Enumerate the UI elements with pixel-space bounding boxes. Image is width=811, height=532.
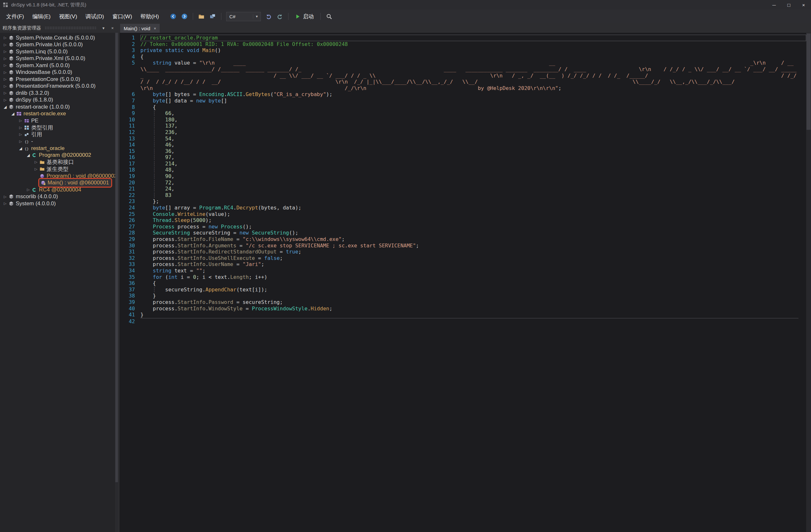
panel-drag-grip[interactable] [45, 26, 97, 30]
tree-item[interactable]: ▷{}- [0, 138, 118, 145]
search-button[interactable] [324, 12, 334, 21]
svg-text:{}: {} [25, 146, 29, 151]
tree-item[interactable]: ◢Program @02000002 [0, 152, 118, 159]
expander-collapsed-icon[interactable]: ▷ [2, 98, 9, 102]
tree-item[interactable]: ▷派生类型 [0, 166, 118, 173]
code-line: 20 ┆ 72, [120, 179, 806, 186]
tree-item[interactable]: ▷System.Xaml (5.0.0.0) [0, 62, 118, 69]
tree-item[interactable]: ▷基类和接口 [0, 159, 118, 166]
menu-item[interactable]: 窗口(W) [108, 11, 136, 22]
maximize-button[interactable]: □ [781, 0, 796, 10]
sidebar-scrollbar[interactable] [115, 33, 118, 532]
menu-item[interactable]: 文件(F) [2, 11, 28, 22]
tab-main-void[interactable]: Main() : void× [120, 24, 160, 33]
expander-collapsed-icon[interactable]: ▷ [17, 139, 24, 144]
code-text: byte[] data = new byte[] [140, 98, 806, 104]
expander-expanded-icon[interactable]: ◢ [17, 146, 24, 151]
tree-item[interactable]: ◢restart-oracle.exe [0, 110, 118, 118]
expander-collapsed-icon[interactable]: ▷ [2, 71, 9, 75]
start-button[interactable]: 启动 [292, 13, 317, 20]
tree-item[interactable]: ▷mscorlib (4.0.0.0) [0, 193, 118, 201]
tree-item[interactable]: ▷System.Private.Uri (5.0.0.0) [0, 42, 118, 48]
minimize-button[interactable]: ─ [767, 0, 781, 10]
code-view[interactable]: 1// restart_oracle.Program2// Token: 0x0… [120, 33, 806, 532]
navigate-back-button[interactable] [168, 12, 178, 21]
menu-item[interactable]: 视图(V) [55, 11, 81, 22]
menu-item[interactable]: 编辑(E) [28, 11, 55, 22]
expander-collapsed-icon[interactable]: ▷ [17, 119, 24, 123]
panel-close-icon[interactable]: × [109, 26, 116, 31]
tree-item-label: Main() : void @06000001 [48, 179, 109, 186]
tree-item-label: System.Xaml (5.0.0.0) [16, 62, 70, 69]
tree-item[interactable]: ◢{}restart_oracle [0, 145, 118, 152]
menu-item[interactable]: 帮助(H) [136, 11, 163, 22]
expander-collapsed-icon[interactable]: ▷ [2, 57, 9, 61]
tree-item[interactable]: ▷PresentationFramework (5.0.0.0) [0, 83, 118, 90]
expander-collapsed-icon[interactable]: ▷ [17, 132, 24, 137]
redo-icon [277, 13, 283, 20]
tree-item[interactable]: ◢restart-oracle (1.0.0.0) [0, 104, 118, 110]
scrollbar-thumb[interactable] [116, 33, 118, 482]
expander-collapsed-icon[interactable]: ▷ [25, 188, 31, 192]
expander-collapsed-icon[interactable]: ▷ [2, 84, 9, 88]
tab-close-icon[interactable]: × [154, 26, 156, 31]
line-number: 40 [120, 306, 140, 312]
tree-item[interactable]: ▷System.Private.Xml (5.0.0.0) [0, 55, 118, 62]
code-line: 2// Token: 0x06000001 RID: 1 RVA: 0x0000… [120, 41, 806, 48]
tree-item-label: dnlib (3.3.2.0) [16, 90, 49, 96]
expander-collapsed-icon[interactable]: ▷ [2, 195, 9, 199]
expander-collapsed-icon[interactable]: ▷ [33, 160, 39, 164]
tree-item[interactable]: ▷System.Private.CoreLib (5.0.0.0) [0, 34, 118, 42]
editor-scrollbar[interactable] [806, 33, 811, 532]
tree-item[interactable]: ▷WindowsBase (5.0.0.0) [0, 69, 118, 76]
menu-item[interactable]: 调试(D) [81, 11, 108, 22]
tree-item[interactable]: ▷引用 [0, 131, 118, 138]
undo-button[interactable] [264, 12, 273, 21]
tree-item[interactable]: ▷类型引用 [0, 124, 118, 131]
tree-item[interactable]: ▷System (4.0.0.0) [0, 200, 118, 207]
navigate-forward-button[interactable] [180, 12, 189, 21]
language-select[interactable]: C# ▾ [226, 12, 261, 21]
code-line: 5 string value = "\r\n ____ __ _\ [120, 60, 806, 91]
open-file-button[interactable] [197, 12, 206, 21]
open-assembly-list-button[interactable] [208, 12, 217, 21]
code-text: ┆ 48, [140, 167, 806, 173]
code-line: 19 ┆ 90, [120, 173, 806, 179]
expander-collapsed-icon[interactable]: ▷ [33, 167, 39, 171]
line-number: 14 [120, 142, 140, 148]
chevron-down-icon[interactable]: ▾ [253, 14, 261, 19]
expander-collapsed-icon[interactable]: ▷ [2, 49, 9, 54]
expander-collapsed-icon[interactable]: ▷ [2, 77, 9, 81]
line-number: 19 [120, 173, 140, 179]
tree-item[interactable]: ▷PresentationCore (5.0.0.0) [0, 76, 118, 83]
scrollbar-thumb[interactable] [807, 33, 811, 130]
redo-button[interactable] [275, 12, 285, 21]
tree-item[interactable]: ▷dnSpy (6.1.8.0) [0, 97, 118, 104]
toolbar-separator [221, 13, 221, 20]
expander-collapsed-icon[interactable]: ▷ [17, 126, 24, 130]
expander-expanded-icon[interactable]: ◢ [10, 111, 16, 116]
close-button[interactable]: × [796, 0, 811, 10]
code-text: Process process = new Process(); [140, 223, 806, 230]
line-number: 27 [120, 223, 140, 230]
expander-expanded-icon[interactable]: ◢ [2, 105, 9, 109]
chevron-down-icon[interactable]: ▾ [100, 26, 107, 31]
code-text: Thread.Sleep(5000); [140, 217, 806, 223]
expander-collapsed-icon[interactable]: ▷ [2, 36, 9, 40]
expander-collapsed-icon[interactable]: ▷ [2, 201, 9, 206]
expander-collapsed-icon[interactable]: ▷ [2, 63, 9, 67]
line-number: 38 [120, 293, 140, 299]
expander-collapsed-icon[interactable]: ▷ [2, 43, 9, 47]
tree-item-label: - [31, 138, 33, 144]
code-text: ┆ 36, [140, 148, 806, 155]
tree-item[interactable]: ▷System.Linq (5.0.0.0) [0, 48, 118, 55]
tree-item[interactable]: ▷PE [0, 117, 118, 124]
code-text: process.StartInfo.Password = secureStrin… [140, 299, 806, 306]
expander-expanded-icon[interactable]: ◢ [25, 153, 31, 157]
expander-collapsed-icon[interactable]: ▷ [2, 91, 9, 95]
tree-item[interactable]: ▷dnlib (3.3.2.0) [0, 90, 118, 97]
line-number: 5 [120, 60, 140, 91]
tree-item[interactable]: Main() : void @06000001 [0, 179, 118, 187]
window-controls: ─ □ × [767, 0, 811, 10]
line-number: 1 [120, 35, 140, 41]
